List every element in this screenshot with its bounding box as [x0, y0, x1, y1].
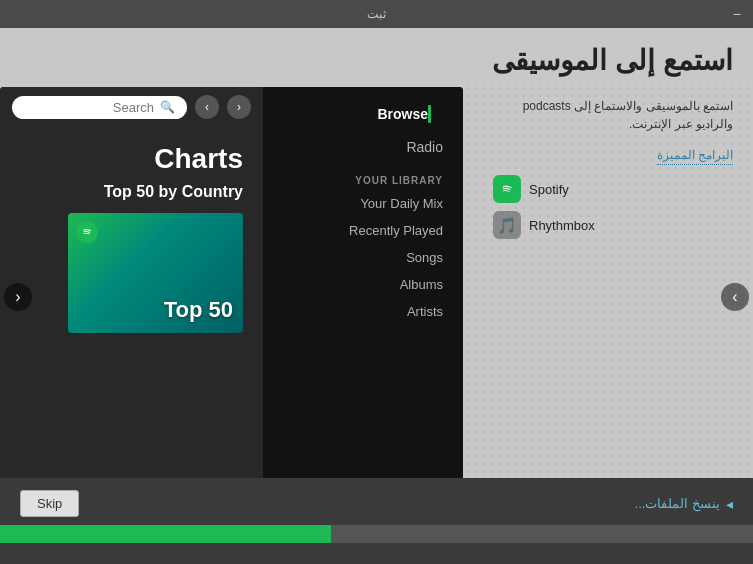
card-title: Top 50	[164, 297, 233, 323]
featured-label: البرامج المميزة	[657, 148, 733, 165]
rhythmbox-icon: 🎵	[493, 211, 521, 239]
spotify-logo-icon	[76, 221, 98, 243]
description-text: استمع بالموسيقى والاستماع إلى podcasts و…	[493, 97, 733, 133]
top50-card[interactable]: Top 50	[68, 213, 243, 333]
right-panel: استمع بالموسيقى والاستماع إلى podcasts و…	[473, 87, 753, 478]
copy-arrow-icon: ◂	[726, 496, 733, 512]
top-section: استمع إلى الموسيقى	[0, 28, 753, 87]
sidebar-item-recently-played[interactable]: Recently Played	[263, 217, 463, 244]
library-section-label: YOUR LIBRARY	[263, 163, 463, 190]
spotify-window: Browse Radio YOUR LIBRARY Your Daily Mix…	[0, 87, 463, 478]
search-input[interactable]	[24, 100, 154, 115]
page-title: استمع إلى الموسيقى	[20, 44, 733, 77]
active-indicator	[428, 105, 431, 123]
copy-text-area: ◂ ينسخ الملفات...	[635, 496, 733, 512]
progress-bar-fill	[0, 525, 331, 543]
spotify-toolbar: ‹ › 🔍	[0, 87, 263, 127]
skip-button[interactable]: Skip	[20, 490, 79, 517]
back-button[interactable]: ‹	[227, 95, 251, 119]
top50-label: Top 50 by Country	[20, 183, 243, 201]
app-item-spotify[interactable]: Spotify	[493, 175, 733, 203]
content-row: استمع بالموسيقى والاستماع إلى podcasts و…	[0, 87, 753, 478]
charts-content: Charts Top 50 by Country Top 50	[0, 127, 263, 478]
bottom-bar: Skip ◂ ينسخ الملفات...	[0, 478, 753, 564]
title-bar: ثبت −	[0, 0, 753, 28]
spotify-icon	[493, 175, 521, 203]
nav-left-arrow[interactable]: ‹	[4, 283, 32, 311]
sidebar-item-artists[interactable]: Artists	[263, 298, 463, 325]
progress-container	[0, 525, 753, 543]
copy-text-label: ينسخ الملفات...	[635, 496, 720, 511]
forward-button[interactable]: ›	[195, 95, 219, 119]
search-icon: 🔍	[160, 100, 175, 114]
main-area: استمع إلى الموسيقى استمع بالموسيقى والاس…	[0, 28, 753, 478]
app-name-spotify: Spotify	[529, 182, 569, 197]
sidebar-item-songs[interactable]: Songs	[263, 244, 463, 271]
sidebar-item-daily-mix[interactable]: Your Daily Mix	[263, 190, 463, 217]
minimize-button[interactable]: −	[733, 6, 741, 22]
sidebar-item-albums[interactable]: Albums	[263, 271, 463, 298]
nav-right-arrow[interactable]: ›	[721, 283, 749, 311]
app-name-rhythmbox: Rhythmbox	[529, 218, 595, 233]
search-box[interactable]: 🔍	[12, 96, 187, 119]
app-item-rhythmbox[interactable]: Rhythmbox 🎵	[493, 211, 733, 239]
charts-title: Charts	[20, 143, 243, 175]
bottom-bar-top: Skip ◂ ينسخ الملفات...	[0, 478, 753, 525]
sidebar-item-browse[interactable]: Browse	[263, 97, 463, 131]
spotify-main: ‹ › 🔍 Charts Top 50 by Country	[0, 87, 263, 478]
spotify-body: Browse Radio YOUR LIBRARY Your Daily Mix…	[0, 87, 463, 478]
sidebar: Browse Radio YOUR LIBRARY Your Daily Mix…	[263, 87, 463, 478]
progress-bar-background	[0, 525, 753, 543]
title-bar-text: ثبت	[367, 7, 386, 21]
sidebar-item-radio[interactable]: Radio	[263, 131, 463, 163]
